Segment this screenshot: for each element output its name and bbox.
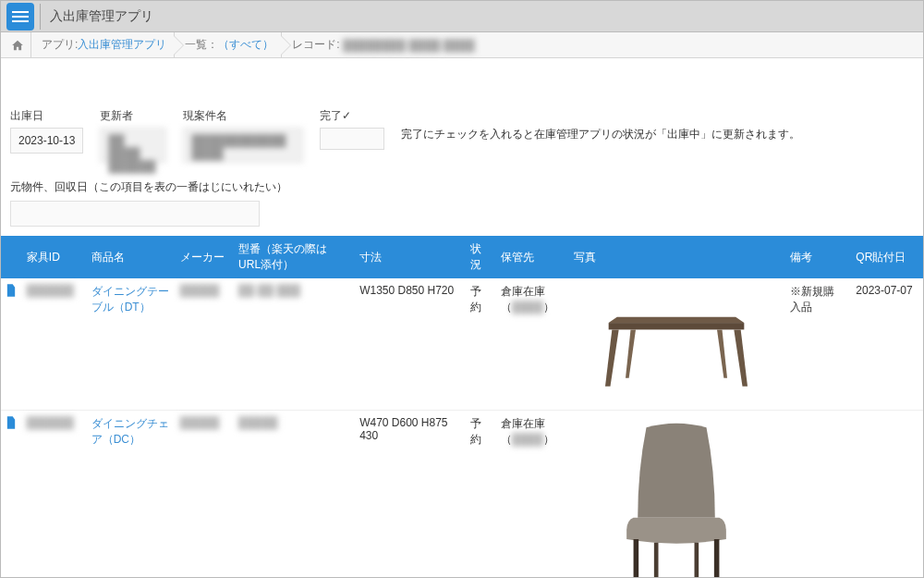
shukko-date-value[interactable]: 2023-10-13 [10, 128, 83, 154]
form-row: 出庫日 2023-10-13 更新者 ██ ████ ██████ 現案件名 █… [1, 106, 923, 170]
breadcrumb-view-link[interactable]: （すべて） [218, 37, 274, 53]
kanryo-checkbox[interactable] [320, 128, 384, 150]
table-row[interactable]: ██████ ダイニングテーブル（DT） █████ ██-██ ███ W13… [1, 278, 923, 411]
th-store[interactable]: 保管先 [495, 236, 568, 278]
titlebar: 入出庫管理アプリ [1, 1, 923, 32]
th-size[interactable]: 寸法 [354, 236, 465, 278]
row-icon[interactable] [1, 278, 21, 411]
th-photo[interactable]: 写真 [568, 236, 785, 278]
svg-rect-6 [634, 539, 639, 578]
anken-value[interactable]: ████████████ ████ [183, 128, 303, 163]
section2-input[interactable] [10, 201, 260, 227]
product-photo[interactable] [574, 416, 780, 577]
hamburger-menu-button[interactable] [6, 3, 34, 31]
field-anken: 現案件名 ████████████ ████ [183, 108, 303, 163]
breadcrumb-view[interactable]: 一覧： （すべて） [174, 32, 281, 58]
product-name-link[interactable]: ダイニングテーブル（DT） [91, 285, 169, 314]
breadcrumb-app[interactable]: アプリ: 入出庫管理アプリ [30, 32, 174, 58]
product-photo[interactable] [574, 284, 780, 404]
svg-rect-8 [654, 542, 659, 577]
field-kanryo: 完了✓ [320, 108, 384, 150]
content-area: 出庫日 2023-10-13 更新者 ██ ████ ██████ 現案件名 █… [1, 58, 923, 577]
row-icon[interactable] [1, 411, 21, 578]
svg-rect-1 [609, 323, 745, 329]
table-header: 家具ID 商品名 メーカー 型番（楽天の際はURL添付） 寸法 状況 保管先 写… [1, 236, 923, 278]
field-updater: 更新者 ██ ████ ██████ [100, 108, 166, 163]
updater-value[interactable]: ██ ████ ██████ [100, 128, 166, 163]
svg-marker-4 [626, 329, 636, 377]
th-model[interactable]: 型番（楽天の際はURL添付） [233, 236, 354, 278]
svg-rect-9 [694, 542, 699, 577]
svg-rect-7 [714, 539, 720, 578]
table-row[interactable]: ██████ ダイニングチェア（DC） █████ █████ W470 D60… [1, 411, 923, 578]
svg-marker-2 [605, 329, 619, 386]
chair-image-icon [593, 419, 760, 578]
field-shukko-date: 出庫日 2023-10-13 [10, 108, 83, 154]
th-name[interactable]: 商品名 [86, 236, 175, 278]
section2-label: 元物件、回収日（この項目を表の一番はじにいれたい） [1, 170, 923, 199]
th-status[interactable]: 状況 [465, 236, 495, 278]
svg-marker-5 [717, 329, 727, 377]
breadcrumb: アプリ: 入出庫管理アプリ 一覧： （すべて） レコード: ████████ █… [1, 32, 923, 58]
table-image-icon [584, 293, 769, 395]
home-icon[interactable] [10, 38, 25, 53]
th-maker[interactable]: メーカー [175, 236, 233, 278]
kanryo-note: 完了にチェックを入れると在庫管理アプリの状況が「出庫中」に更新されます。 [401, 108, 800, 142]
product-name-link[interactable]: ダイニングチェア（DC） [91, 417, 169, 446]
svg-marker-0 [609, 317, 745, 323]
app-title: 入出庫管理アプリ [50, 8, 153, 25]
th-memo[interactable]: 備考 [784, 236, 850, 278]
svg-marker-3 [734, 329, 748, 386]
breadcrumb-app-link[interactable]: 入出庫管理アプリ [78, 37, 166, 53]
th-qr[interactable]: QR貼付日 [850, 236, 923, 278]
breadcrumb-record: レコード: ████████ ████ ████ [281, 32, 481, 58]
th-id[interactable]: 家具ID [21, 236, 86, 278]
furniture-table: 家具ID 商品名 メーカー 型番（楽天の際はURL添付） 寸法 状況 保管先 写… [1, 236, 923, 577]
